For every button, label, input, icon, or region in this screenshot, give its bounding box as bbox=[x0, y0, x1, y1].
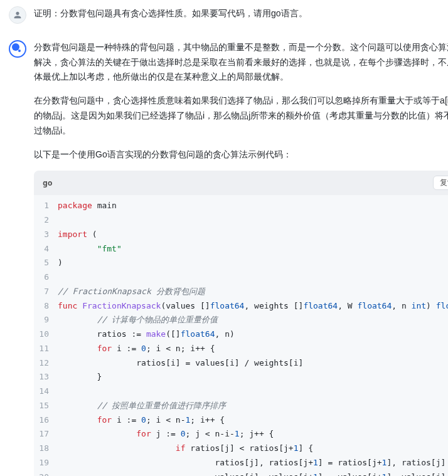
line-code: func FractionKnapsack(values []float64, … bbox=[58, 299, 448, 314]
line-code: ) bbox=[58, 256, 448, 270]
line-code: } bbox=[58, 370, 448, 384]
line-code: ratios[i] = values[i] / weights[i] bbox=[58, 356, 448, 371]
line-number: 10 bbox=[34, 327, 58, 342]
line-number: 19 bbox=[34, 456, 58, 470]
code-line: 11 for i := 0; i < n; i++ { bbox=[34, 342, 448, 356]
line-code: for i := 0; i < n-1; i++ { bbox=[58, 413, 448, 428]
code-lang-label: go bbox=[43, 176, 53, 190]
line-code: "fmt" bbox=[58, 242, 448, 257]
code-line: 3import ( bbox=[34, 228, 448, 242]
code-line: 9 // 计算每个物品的单位重量价值 bbox=[34, 313, 448, 327]
line-number: 4 bbox=[34, 242, 58, 257]
line-number: 17 bbox=[34, 427, 58, 442]
code-block: go 复制 1package main2 3import (4 "fmt"5)6… bbox=[34, 171, 448, 476]
code-line: 7// FractionKnapsack 分数背包问题 bbox=[34, 285, 448, 299]
user-avatar bbox=[9, 6, 26, 24]
line-code: values[j], values[j+1] = values[j+1], va… bbox=[58, 470, 448, 476]
line-code: // 按照单位重量价值进行降序排序 bbox=[58, 399, 448, 413]
code-line: 5) bbox=[34, 256, 448, 270]
line-code bbox=[58, 384, 448, 399]
assistant-content: 分数背包问题是一种特殊的背包问题，其中物品的重量不是整数，而是一个分数。这个问题… bbox=[34, 39, 448, 476]
assistant-avatar bbox=[9, 40, 26, 58]
line-code: // 计算每个物品的单位重量价值 bbox=[58, 313, 448, 327]
line-number: 16 bbox=[34, 413, 58, 428]
line-number: 18 bbox=[34, 442, 58, 456]
line-number: 5 bbox=[34, 256, 58, 270]
code-line: 1package main bbox=[34, 199, 448, 213]
line-number: 9 bbox=[34, 313, 58, 327]
line-number: 15 bbox=[34, 399, 58, 413]
assistant-p1: 分数背包问题是一种特殊的背包问题，其中物品的重量不是整数，而是一个分数。这个问题… bbox=[34, 40, 448, 85]
line-number: 8 bbox=[34, 299, 58, 314]
code-line: 18 if ratios[j] < ratios[j+1] { bbox=[34, 442, 448, 456]
copy-button[interactable]: 复制 bbox=[433, 176, 448, 190]
line-code: if ratios[j] < ratios[j+1] { bbox=[58, 442, 448, 456]
line-code: // FractionKnapsack 分数背包问题 bbox=[58, 285, 448, 299]
code-line: 14 bbox=[34, 384, 448, 399]
code-line: 10 ratios := make([]float64, n) bbox=[34, 327, 448, 342]
line-number: 13 bbox=[34, 370, 58, 384]
code-body: 1package main2 3import (4 "fmt"5)6 7// F… bbox=[34, 195, 448, 476]
user-icon bbox=[13, 10, 23, 20]
user-text: 证明：分数背包问题具有贪心选择性质。如果要写代码，请用go语言。 bbox=[34, 6, 439, 21]
user-content: 证明：分数背包问题具有贪心选择性质。如果要写代码，请用go语言。 bbox=[34, 5, 439, 30]
code-line: 16 for i := 0; i < n-1; i++ { bbox=[34, 413, 448, 428]
user-message: 证明：分数背包问题具有贪心选择性质。如果要写代码，请用go语言。 bbox=[0, 0, 448, 34]
line-number: 20 bbox=[34, 470, 58, 476]
code-line: 12 ratios[i] = values[i] / weights[i] bbox=[34, 356, 448, 371]
assistant-p2: 在分数背包问题中，贪心选择性质意味着如果我们选择了物品i，那么我们可以忽略掉所有… bbox=[34, 93, 448, 138]
line-code: for j := 0; j < n-i-1; j++ { bbox=[58, 427, 448, 442]
line-number: 1 bbox=[34, 199, 58, 213]
code-line: 19 ratios[j], ratios[j+1] = ratios[j+1],… bbox=[34, 456, 448, 470]
line-code bbox=[58, 270, 448, 285]
line-number: 7 bbox=[34, 285, 58, 299]
line-code: package main bbox=[58, 199, 448, 213]
code-header: go 复制 bbox=[34, 171, 448, 195]
line-code bbox=[58, 213, 448, 228]
line-number: 11 bbox=[34, 342, 58, 356]
code-line: 2 bbox=[34, 213, 448, 228]
code-line: 8func FractionKnapsack(values []float64,… bbox=[34, 299, 448, 314]
assistant-message: 分数背包问题是一种特殊的背包问题，其中物品的重量不是整数，而是一个分数。这个问题… bbox=[0, 34, 448, 476]
line-number: 3 bbox=[34, 228, 58, 242]
code-line: 20 values[j], values[j+1] = values[j+1],… bbox=[34, 470, 448, 476]
line-code: import ( bbox=[58, 228, 448, 242]
line-code: for i := 0; i < n; i++ { bbox=[58, 342, 448, 356]
code-line: 13 } bbox=[34, 370, 448, 384]
line-code: ratios := make([]float64, n) bbox=[58, 327, 448, 342]
line-number: 14 bbox=[34, 384, 58, 399]
code-line: 15 // 按照单位重量价值进行降序排序 bbox=[34, 399, 448, 413]
line-code: ratios[j], ratios[j+1] = ratios[j+1], ra… bbox=[58, 456, 448, 470]
code-line: 17 for j := 0; j < n-i-1; j++ { bbox=[34, 427, 448, 442]
line-number: 2 bbox=[34, 213, 58, 228]
assistant-p3: 以下是一个使用Go语言实现的分数背包问题的贪心算法示例代码： bbox=[34, 147, 448, 162]
line-number: 6 bbox=[34, 270, 58, 285]
code-line: 6 bbox=[34, 270, 448, 285]
code-line: 4 "fmt" bbox=[34, 242, 448, 257]
line-number: 12 bbox=[34, 356, 58, 371]
